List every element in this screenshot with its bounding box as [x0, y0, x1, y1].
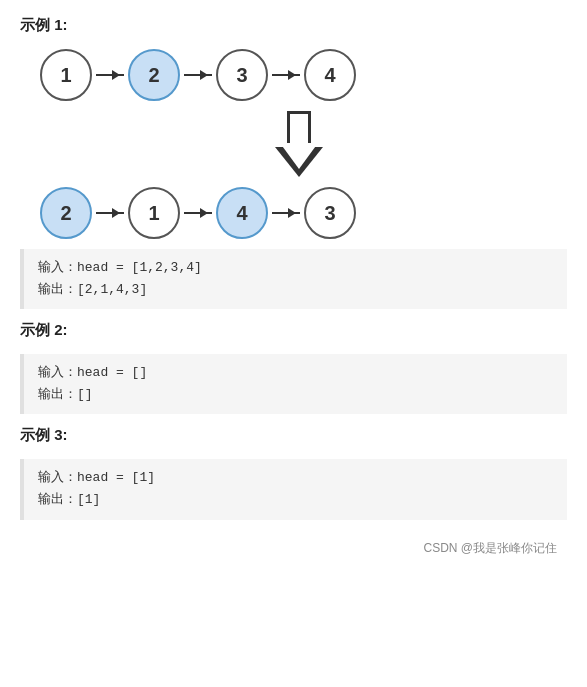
example2-code: 输入：head = [] 输出：[] [20, 354, 567, 414]
arrow-2 [184, 74, 212, 76]
example1-output-label: 输出： [38, 282, 77, 297]
example2-input-value: head = [] [77, 365, 147, 380]
after-arrow-1 [96, 212, 124, 214]
after-node-1: 1 [128, 187, 180, 239]
example1-input-label: 输入： [38, 260, 77, 275]
example3-output: 输出：[1] [38, 489, 553, 511]
node-2: 2 [128, 49, 180, 101]
node-1: 1 [40, 49, 92, 101]
example2-output-label: 输出： [38, 387, 77, 402]
arrow-1 [96, 74, 124, 76]
after-linked-list: 2 1 4 3 [40, 187, 567, 239]
example3-input-value: head = [1] [77, 470, 155, 485]
example1-input-value: head = [1,2,3,4] [77, 260, 202, 275]
node-4: 4 [304, 49, 356, 101]
arrow-3 [272, 74, 300, 76]
example1-section: 示例 1: 1 2 3 4 [20, 16, 567, 309]
example2-output: 输出：[] [38, 384, 553, 406]
example1-title: 示例 1: [20, 16, 567, 35]
example3-input: 输入：head = [1] [38, 467, 553, 489]
example1-code: 输入：head = [1,2,3,4] 输出：[2,1,4,3] [20, 249, 567, 309]
example1-output-value: [2,1,4,3] [77, 282, 147, 297]
before-diagram: 1 2 3 4 2 [30, 49, 567, 239]
example2-output-value: [] [77, 387, 93, 402]
example3-output-value: [1] [77, 492, 100, 507]
after-node-3: 3 [304, 187, 356, 239]
after-arrow-3 [272, 212, 300, 214]
example1-output: 输出：[2,1,4,3] [38, 279, 553, 301]
example3-section: 示例 3: 输入：head = [1] 输出：[1] [20, 426, 567, 519]
example2-title: 示例 2: [20, 321, 567, 340]
watermark: CSDN @我是张峰你记住 [20, 540, 567, 557]
example1-input: 输入：head = [1,2,3,4] [38, 257, 553, 279]
example3-title: 示例 3: [20, 426, 567, 445]
node-3: 3 [216, 49, 268, 101]
after-node-4: 4 [216, 187, 268, 239]
after-node-2: 2 [40, 187, 92, 239]
example3-output-label: 输出： [38, 492, 77, 507]
example2-input: 输入：head = [] [38, 362, 553, 384]
before-linked-list: 1 2 3 4 [40, 49, 567, 101]
example3-input-label: 输入： [38, 470, 77, 485]
down-arrow [30, 111, 567, 177]
after-arrow-2 [184, 212, 212, 214]
example2-section: 示例 2: 输入：head = [] 输出：[] [20, 321, 567, 414]
example2-input-label: 输入： [38, 365, 77, 380]
example3-code: 输入：head = [1] 输出：[1] [20, 459, 567, 519]
